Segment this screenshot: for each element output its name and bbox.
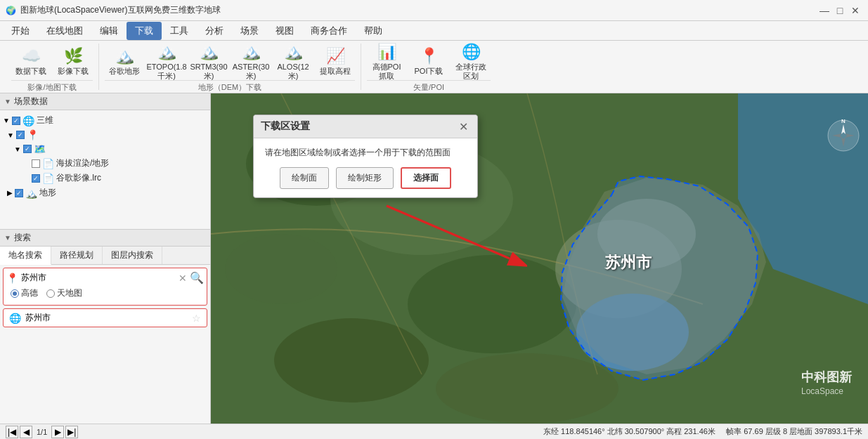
toolbar-group-vector: 📊 高德POI抓取 📍 POI下载 🌐 全球行政区划 矢量/POI [361, 44, 496, 90]
menu-start[interactable]: 开始 [3, 22, 38, 40]
dialog-close-button[interactable]: ✕ [456, 119, 470, 133]
zoom-info-text: 帧率 67.69 层级 8 层地面 397893.1千米 [726, 427, 862, 435]
aster-label: ASTER(30米) [233, 63, 270, 81]
menu-help[interactable]: 帮助 [356, 22, 391, 40]
nav-last-button[interactable]: ▶| [65, 426, 78, 438]
minimize-button[interactable]: — [817, 4, 831, 18]
map-area[interactable]: N 中科图新 LocaSpace 苏州市 下载区设置 ✕ 请在地图区域绘制或者选… [211, 93, 868, 424]
svg-text:N: N [841, 118, 846, 124]
search-input-area: 📍 ✕ 🔍 高德 天地图 [3, 268, 207, 306]
gaode-poi-label: 高德POI抓取 [369, 63, 404, 81]
tree-label-layer4: 谷歌影像.lrc [56, 172, 101, 184]
menu-analysis[interactable]: 分析 [197, 22, 232, 40]
result-icon: 🌐 [9, 313, 21, 324]
tree-checkbox-1[interactable] [12, 117, 20, 125]
gaode-poi-button[interactable]: 📊 高德POI抓取 [367, 44, 406, 80]
toolbar-items-vector: 📊 高德POI抓取 📍 POI下载 🌐 全球行政区划 [367, 44, 491, 80]
toolbar: ☁️ 数据下载 🌿 影像下载 影像/地图下载 🏔️ 谷歌地形 🏔️ ETOPO(… [0, 41, 868, 93]
aster-button[interactable]: 🏔️ ASTER(30米) [231, 44, 271, 80]
tree-item-3d[interactable]: ▼ 🌐 三维 [0, 113, 210, 128]
poi-download-button[interactable]: 📍 POI下载 [409, 44, 448, 80]
nav-next-button[interactable]: ▶ [51, 426, 64, 438]
menu-edit[interactable]: 编辑 [91, 22, 127, 40]
tree-checkbox-2[interactable] [16, 131, 25, 139]
tree-icon-loc: 📍 [27, 129, 39, 140]
nav-first-button[interactable]: |◀ [6, 426, 18, 438]
tree-item-layer2[interactable]: ▼ 🗺️ [0, 142, 210, 156]
image-download-button[interactable]: 🌿 影像下载 [53, 44, 93, 80]
dialog-body: 请在地图区域绘制或者选择一个用于下载的范围面 绘制面 绘制矩形 选择面 [254, 138, 477, 197]
nav-prev-button[interactable]: ◀ [20, 426, 32, 438]
menu-business[interactable]: 商务合作 [302, 22, 356, 40]
tab-route-plan[interactable]: 路径规划 [51, 247, 103, 264]
data-download-label: 数据下载 [15, 67, 46, 76]
menu-download[interactable]: 下载 [127, 22, 162, 40]
draw-polygon-button[interactable]: 绘制面 [280, 167, 329, 189]
toolbar-group-label-vector: 矢量/POI [367, 80, 491, 94]
scene-arrow-icon: ▼ [4, 98, 11, 105]
radio-gaode-dot [11, 289, 19, 298]
tree-item-layer4[interactable]: 📄 谷歌影像.lrc [0, 171, 210, 185]
maximize-button[interactable]: □ [833, 4, 847, 18]
tree-checkbox-4[interactable] [32, 159, 40, 168]
tree-arrow-2: ▼ [7, 131, 14, 139]
search-section-label: 搜索 [14, 232, 31, 244]
radio-tianditu[interactable]: 天地图 [46, 287, 82, 299]
title-bar: 🌍 图新地球(LocaSpaceViewer)互联网免费三维数字地球 — □ ✕ [0, 0, 868, 21]
dialog-title: 下载区设置 [261, 120, 310, 133]
scene-section-header[interactable]: ▼ 场景数据 [0, 93, 210, 110]
result-star-icon[interactable]: ☆ [192, 313, 201, 324]
srtm3-button[interactable]: 🏔️ SRTM3(90米) [189, 44, 228, 80]
search-section-header[interactable]: ▼ 搜索 [0, 230, 210, 247]
menu-tools[interactable]: 工具 [162, 22, 197, 40]
toolbar-items-image: ☁️ 数据下载 🌿 影像下载 [11, 44, 93, 80]
menu-bar: 开始 在线地图 编辑 下载 工具 分析 场景 视图 商务合作 帮助 [0, 21, 868, 41]
tree-checkbox-3[interactable] [23, 145, 32, 153]
result-item-suzhou[interactable]: 🌐 苏州市 ☆ [4, 309, 207, 327]
global-admin-button[interactable]: 🌐 全球行政区划 [451, 44, 491, 80]
alos-icon: 🏔️ [284, 43, 303, 61]
menu-scene[interactable]: 场景 [232, 22, 267, 40]
srtm3-label: SRTM3(90米) [190, 63, 228, 81]
google-terrain-icon: 🏔️ [115, 47, 134, 65]
app-title: 图新地球(LocaSpaceViewer)互联网免费三维数字地球 [20, 4, 221, 16]
clear-button[interactable]: ✕ [179, 273, 187, 284]
etopo-button[interactable]: 🏔️ ETOPO(1.8千米) [147, 44, 186, 80]
google-terrain-button[interactable]: 🏔️ 谷歌地形 [105, 44, 144, 80]
tree-item-layer3[interactable]: 📄 海拔渲染/地形 [0, 156, 210, 171]
tree-item-layer1[interactable]: ▼ 📍 [0, 128, 210, 142]
result-text: 苏州市 [25, 312, 188, 324]
toolbar-items-terrain: 🏔️ 谷歌地形 🏔️ ETOPO(1.8千米) 🏔️ SRTM3(90米) 🏔️… [105, 44, 355, 80]
dialog-buttons: 绘制面 绘制矩形 选择面 [265, 167, 466, 189]
tree-item-terrain[interactable]: ▶ 🏔️ 地形 [0, 185, 210, 200]
search-results: 🌐 苏州市 ☆ [3, 308, 207, 327]
tree-label-layer3: 海拔渲染/地形 [56, 157, 109, 169]
search-button[interactable]: 🔍 [190, 271, 204, 284]
draw-rectangle-button[interactable]: 绘制矩形 [336, 167, 394, 189]
tree-checkbox-5[interactable] [32, 174, 40, 183]
menu-online-map[interactable]: 在线地图 [38, 22, 91, 40]
page-indicator: 1/1 [34, 428, 50, 436]
tab-layer-search[interactable]: 图层内搜索 [103, 247, 162, 264]
select-polygon-button[interactable]: 选择面 [401, 167, 451, 189]
tree-area: ▼ 🌐 三维 ▼ 📍 ▼ 🗺️ [0, 110, 210, 230]
tree-icon-globe: 🌐 [22, 115, 34, 126]
search-section: ▼ 搜索 地名搜索 路径规划 图层内搜索 📍 ✕ 🔍 [0, 230, 210, 424]
extract-elevation-label: 提取高程 [320, 67, 351, 76]
alos-label: ALOS(12米) [276, 63, 311, 81]
global-admin-label: 全球行政区划 [453, 63, 488, 81]
svg-text:LocaSpace: LocaSpace [801, 386, 843, 396]
radio-tianditu-label: 天地图 [57, 287, 82, 299]
close-button[interactable]: ✕ [848, 4, 862, 18]
left-panel: ▼ 场景数据 ▼ 🌐 三维 ▼ 📍 ▼ 🗺️ [0, 93, 211, 424]
srtm3-icon: 🏔️ [200, 43, 219, 61]
data-download-button[interactable]: ☁️ 数据下载 [11, 44, 51, 80]
search-input[interactable] [21, 273, 176, 283]
alos-button[interactable]: 🏔️ ALOS(12米) [273, 44, 313, 80]
radio-gaode[interactable]: 高德 [11, 287, 38, 299]
extract-elevation-button[interactable]: 📈 提取高程 [316, 44, 355, 80]
tree-checkbox-6[interactable] [15, 189, 23, 197]
menu-view[interactable]: 视图 [267, 22, 302, 40]
tab-place-search[interactable]: 地名搜索 [0, 247, 51, 265]
tree-label-3d: 三维 [37, 114, 53, 126]
